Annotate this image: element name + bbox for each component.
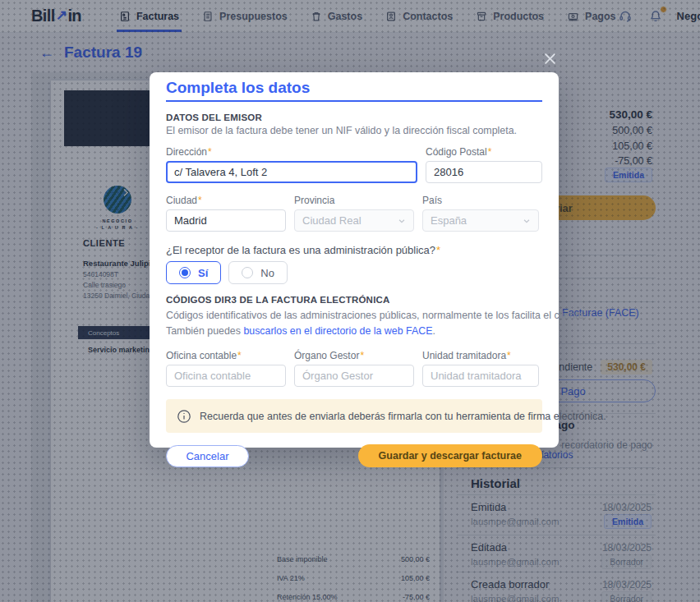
ciudad-label: Ciudad* [166,195,286,206]
pais-label: País [422,195,539,206]
required-marker: * [237,350,242,361]
app-window: Bill↗in Facturas Presupuestos Gastos Con… [0,0,700,602]
radio-no[interactable]: No [228,261,288,284]
provincia-value: Ciudad Real [302,214,362,227]
required-marker: * [198,195,202,206]
required-marker: * [436,244,440,256]
required-marker: * [208,146,212,158]
ciudad-field[interactable] [166,209,286,232]
info-icon [177,409,191,424]
organo-gestor-field[interactable] [294,365,414,387]
pais-select: España [422,209,539,232]
face-directory-link[interactable]: buscarlos en el directorio de la web FAC… [243,325,432,337]
oficina-contable-label: Oficina contable* [166,350,286,361]
radio-yes[interactable]: Sí [166,261,221,284]
emitter-section-heading: DATOS DEL EMISOR [166,113,542,122]
radio-no-label: No [260,267,274,279]
complete-data-modal: Completa los datos DATOS DEL EMISOR El e… [150,72,559,448]
chevron-down-icon [523,217,531,225]
save-download-button[interactable]: Guardar y descargar facturae [358,444,542,467]
codigo-postal-field[interactable] [426,161,542,183]
organo-gestor-label: Órgano Gestor* [294,350,414,361]
public-admin-radio-group: Sí No [166,261,542,284]
dir3-desc-line1: Códigos identificativos de las administr… [166,308,542,324]
emitter-section-description: El emisor de la factura debe tener un NI… [166,125,542,136]
provincia-select: Ciudad Real [294,209,414,232]
radio-yes-label: Sí [198,267,208,279]
required-marker: * [360,350,364,361]
public-admin-question: ¿El receptor de la factura es una admini… [166,244,542,256]
dir3-section-description: Códigos identificativos de las administr… [166,308,542,339]
required-marker: * [507,350,511,361]
modal-title: Completa los datos [166,79,542,102]
radio-selected-icon [179,267,191,278]
direccion-field[interactable] [166,161,417,183]
dir3-section-heading: CÓDIGOS DIR3 DE LA FACTURA ELECTRÓNICA [166,295,542,305]
chevron-down-icon [398,217,406,225]
modal-footer: Cancelar Guardar y descargar facturae [166,444,542,467]
provincia-label: Provincia [294,195,414,206]
cancel-button[interactable]: Cancelar [166,445,249,467]
required-marker: * [488,146,492,158]
oficina-contable-field[interactable] [166,365,286,387]
unidad-tramitadora-field[interactable] [422,365,539,387]
pais-value: España [431,214,467,227]
signature-info-banner: Recuerda que antes de enviarla deberás f… [166,399,542,433]
unidad-tramitadora-label: Unidad tramitadora* [422,350,539,361]
banner-text: Recuerda que antes de enviarla deberás f… [200,411,606,422]
close-icon[interactable] [541,49,559,67]
direccion-label: Dirección* [166,146,417,158]
codigo-postal-label: Código Postal* [426,146,542,158]
dir3-desc-line2: También puedes buscarlos en el directori… [166,324,542,339]
radio-unselected-icon [242,267,253,278]
